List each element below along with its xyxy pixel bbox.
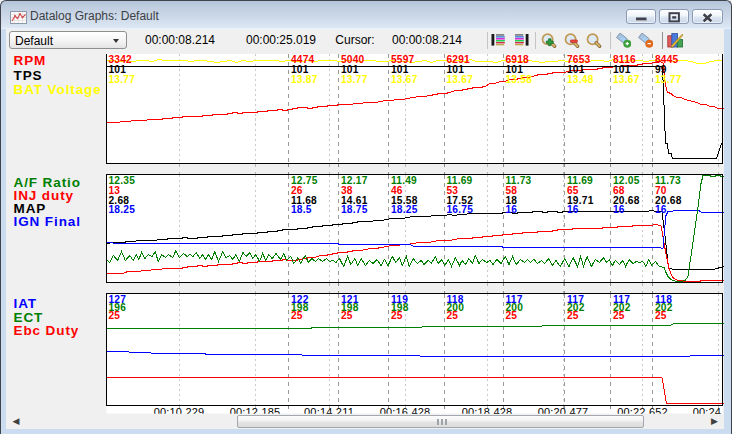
svg-text:RPM: RPM [14,53,47,68]
svg-text:18.25: 18.25 [109,204,136,215]
svg-text:13.77: 13.77 [655,74,682,85]
svg-text:IGN Final: IGN Final [14,214,81,229]
svg-text:25: 25 [613,310,625,321]
svg-text:16.75: 16.75 [447,204,474,215]
svg-text:13.77: 13.77 [341,74,368,85]
svg-text:25: 25 [109,310,121,321]
svg-text:13.87: 13.87 [291,74,318,85]
svg-text:13.67: 13.67 [391,74,418,85]
svg-text:18.75: 18.75 [341,204,368,215]
svg-text:Ebc Duty: Ebc Duty [14,323,80,338]
svg-text:13.58: 13.58 [506,74,533,85]
svg-text:13.67: 13.67 [447,74,474,85]
svg-text:18.25: 18.25 [391,204,418,215]
svg-text:16: 16 [655,204,667,215]
svg-text:16: 16 [506,204,518,215]
svg-text:TPS: TPS [14,68,43,83]
svg-text:25: 25 [655,310,667,321]
svg-text:25: 25 [391,310,403,321]
svg-text:BAT Voltage: BAT Voltage [14,82,102,97]
svg-text:25: 25 [506,310,518,321]
svg-text:25: 25 [341,310,353,321]
svg-text:25: 25 [567,310,579,321]
svg-text:13.77: 13.77 [109,74,136,85]
svg-text:16: 16 [613,204,625,215]
svg-text:13.48: 13.48 [567,74,594,85]
svg-text:16: 16 [567,204,579,215]
svg-text:25: 25 [447,310,459,321]
svg-text:25: 25 [291,310,303,321]
svg-text:18.5: 18.5 [291,204,312,215]
svg-text:13.67: 13.67 [613,74,640,85]
